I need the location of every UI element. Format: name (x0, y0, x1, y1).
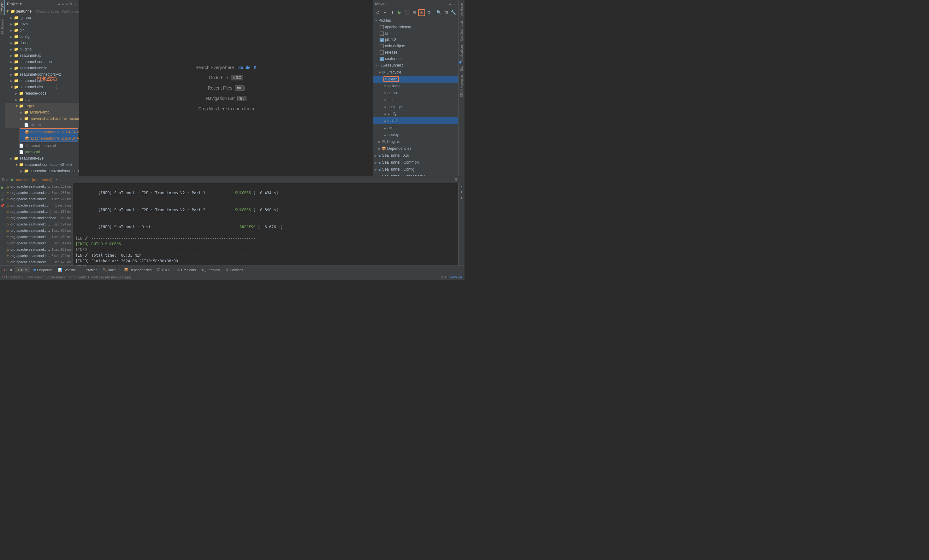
panel-icon-sort[interactable]: ⇅ (65, 2, 68, 6)
maven-lifecycle-site[interactable]: ⚙ site (373, 124, 458, 131)
maven-api-header[interactable]: ▶ m SeaTunnel : Api (373, 152, 458, 159)
tree-core[interactable]: ▶ 📁 seatunnel-core (5, 78, 79, 84)
bito-sidebar-label[interactable]: Bito (459, 64, 464, 73)
json-formatter-sidebar-label[interactable]: JSON Formatter (459, 73, 464, 99)
maven-refresh-btn[interactable]: ↺ (374, 9, 381, 16)
tab-git[interactable]: ⑆ Git (2, 268, 14, 272)
panel-icon-cog[interactable]: ⚙ (57, 2, 61, 6)
project-dropdown[interactable]: Project ▾ (7, 2, 22, 6)
panel-icon-close[interactable]: — (74, 2, 77, 6)
tab-terminal[interactable]: ▶_ Terminal (199, 267, 223, 272)
maven-collapse-btn[interactable]: 🔧 (450, 9, 457, 16)
build-item-9[interactable]: ⚠ org.apache.seatunnel:connector-hbase:j… (5, 240, 72, 246)
tree-plxarc[interactable]: ▶ 📄 .plxarc (5, 122, 79, 128)
bigdata-sidebar-label[interactable]: Big Data Tools (459, 18, 464, 43)
tree-flattened-pom[interactable]: ▶ 📄 .flattened-pom.xml (5, 142, 79, 149)
project-sidebar-label[interactable]: Project (0, 0, 5, 15)
tree-connectors[interactable]: ▶ 📁 seatunnel-connectors-v2 (5, 71, 79, 78)
tree-bin-tar[interactable]: ▶ 📦 apache-seatunnel-2.3.4-SNAPSHOT-bin.… (20, 129, 78, 135)
tree-src-tar[interactable]: ▶ 📦 apache-seatunnel-2.3.4-SNAPSHOT-src.… (20, 135, 78, 142)
database-sidebar-label[interactable]: Database (459, 1, 464, 18)
tree-github[interactable]: ▶ 📁 .github (5, 14, 79, 21)
maven-lifecycle-compile[interactable]: ⚙ compile (373, 90, 458, 96)
tab-run[interactable]: ▶ Run (15, 267, 30, 272)
maven-run-btn[interactable]: ▶ (396, 9, 403, 16)
tree-api[interactable]: ▶ 📁 seatunnel-api (5, 52, 79, 59)
bottom-side-icon-2[interactable]: ⬇ (460, 196, 463, 201)
tree-amazondynamodb[interactable]: ▶ 📁 connector-amazondynamodb-e2e (5, 168, 79, 174)
panel-icon-list[interactable]: ≡ (62, 2, 64, 6)
maven-profile-btn[interactable]: ⊞ (411, 9, 417, 16)
maven-download-btn[interactable]: ⬇ (389, 9, 396, 16)
tree-mvn[interactable]: ▶ 📁 .mvn (5, 21, 79, 27)
tree-target[interactable]: ▼ 📁 target (5, 103, 79, 109)
tab-services[interactable]: ⚙ Services (223, 267, 245, 272)
tree-maven-shared[interactable]: ▶ 📁 maven-shared-archive-resources (5, 115, 79, 122)
maven-lifecycle-header[interactable]: ▼ ⟳ Lifecycle (373, 69, 458, 76)
maven-skip-btn[interactable]: ⊘ (418, 9, 425, 16)
tab-endpoints[interactable]: ⊕ Endpoints (31, 267, 55, 272)
tree-pom[interactable]: ▶ 📄 pom.xml (5, 149, 79, 155)
maven-add-btn[interactable]: + (382, 9, 388, 16)
tree-bin[interactable]: ▶ 📁 bin (5, 27, 79, 34)
maven-profile-apache[interactable]: apache-release (373, 24, 458, 30)
build-item-1[interactable]: ⚠ org.apache.seatunnel:connector-googl 8… (5, 190, 72, 196)
maven-connectors-header[interactable]: ▶ m SeaTunnel : Connectors V2 : (373, 173, 458, 176)
maven-debug-btn[interactable]: ⬛ (403, 9, 410, 16)
maven-lifecycle-package[interactable]: ⚙ package (373, 103, 458, 110)
maven-lifecycle-verify[interactable]: ⚙ verify (373, 110, 458, 117)
tree-plugins[interactable]: ▶ 📁 plugins (5, 46, 79, 52)
bottom-side-icon-0[interactable]: ≡ (460, 184, 463, 189)
maven-profiles-header[interactable]: ▼ Profiles (373, 17, 458, 24)
tree-connector-v2-e2e[interactable]: ▼ 📁 seatunnel-connector-v2-e2e (5, 161, 79, 168)
maven-find-btn[interactable]: 🔍 (436, 9, 442, 16)
maven-lifecycle-install[interactable]: ⚙ install (373, 117, 458, 124)
maven-profile-release[interactable]: release (373, 49, 458, 55)
tab-build[interactable]: 🔨 Build (100, 267, 118, 272)
tree-e2e[interactable]: ▶ 📁 seatunnel-e2e (5, 155, 79, 161)
build-item-8[interactable]: ⚠ org.apache.seatunnel:connector-select … (5, 234, 72, 240)
tab-dependencies[interactable]: 📦 Dependencies (121, 267, 154, 272)
tab-todo[interactable]: ☑ TODO (155, 267, 174, 272)
build-item-7[interactable]: ⚠ org.apache.seatunnel:connector-tdengi … (5, 227, 72, 234)
maven-profile-eclipse[interactable]: only-eclipse (373, 43, 458, 49)
maven-config-header[interactable]: ▶ m SeaTunnel : Config : (373, 166, 458, 173)
tree-archive-tmp[interactable]: ▶ 📁 archive-tmp (5, 109, 79, 115)
maven-common-header[interactable]: ▶ m SeaTunnel : Common (373, 159, 458, 166)
build-item-4[interactable]: ⚠ org.apache.seatunnel:connector-open 14… (5, 208, 72, 215)
maven-skip2-btn[interactable]: ⊘ (426, 9, 432, 16)
tree-src[interactable]: ▶ 📁 src (5, 96, 79, 103)
build-item-2[interactable]: ⚠ org.apache.seatunnel:connector-slack:j… (5, 196, 72, 202)
tree-config2[interactable]: ▶ 📁 seatunnel-config (5, 65, 79, 71)
maven-close-icon[interactable]: — (453, 2, 456, 6)
tree-dist[interactable]: ▼ 📁 seatunnel-dist 打包成功 ↓ (5, 84, 79, 90)
stop-icon[interactable]: ⬛ (0, 191, 5, 196)
maven-profile-seatunnel[interactable]: ✓ seatunnel (373, 55, 458, 62)
build-item-5[interactable]: ⚠ org.apache.seatunnel:connector-doris:j… (5, 215, 72, 221)
build-item-6[interactable]: ⚠ org.apache.seatunnel:connector-maxco 3… (5, 221, 72, 227)
tab-problems[interactable]: ⚠ Problems (175, 267, 198, 272)
build-item-12[interactable]: ⚠ org.apache.seatunnel:seatunnel-dist:po… (5, 259, 72, 265)
bottom-side-icon-1[interactable]: ⬆ (460, 190, 463, 195)
run-play-icon[interactable]: ▶ (11, 177, 14, 182)
build-item-3[interactable]: ⚠ org.apache.seatunnel:connector-maxco 1… (5, 202, 72, 208)
tab-statistic[interactable]: 📊 Statistic (55, 267, 78, 272)
maven-lifecycle-test[interactable]: ⚙ test (373, 96, 458, 103)
tree-common[interactable]: ▶ 📁 seatunnel-common (5, 59, 79, 65)
panel-icon-settings[interactable]: ⚙ (69, 2, 72, 6)
maven-profile-ci[interactable]: ci (373, 30, 458, 37)
tab-profiler[interactable]: ⏱ Profiler (79, 268, 100, 272)
run-settings-icon[interactable]: ⚙ (455, 177, 458, 182)
run-close-panel-icon[interactable]: — (459, 177, 463, 182)
rerun-icon[interactable]: ↺ (0, 197, 5, 202)
build-item-10[interactable]: ⚠ org.apache.seatunnel:connector-rocket … (5, 246, 72, 252)
maven-lifecycle-deploy[interactable]: ⚙ deploy (373, 131, 458, 138)
notifications-sidebar-label[interactable]: Notifications (459, 43, 464, 63)
maven-settings-icon[interactable]: ⚙ (448, 2, 452, 6)
run-close-icon[interactable]: × (55, 177, 58, 182)
tree-root[interactable]: ▼ 📁 seatunnel ~/Desktop/StreamPark/code/… (5, 8, 79, 14)
tree-release-docs[interactable]: ▶ 📁 release-docs (5, 90, 79, 96)
tree-docs[interactable]: ▶ 📁 docs (5, 40, 79, 46)
maven-profile-jdk[interactable]: ✓ jdk-1.8 (373, 37, 458, 43)
tree-config[interactable]: ▶ 📁 config (5, 34, 79, 40)
